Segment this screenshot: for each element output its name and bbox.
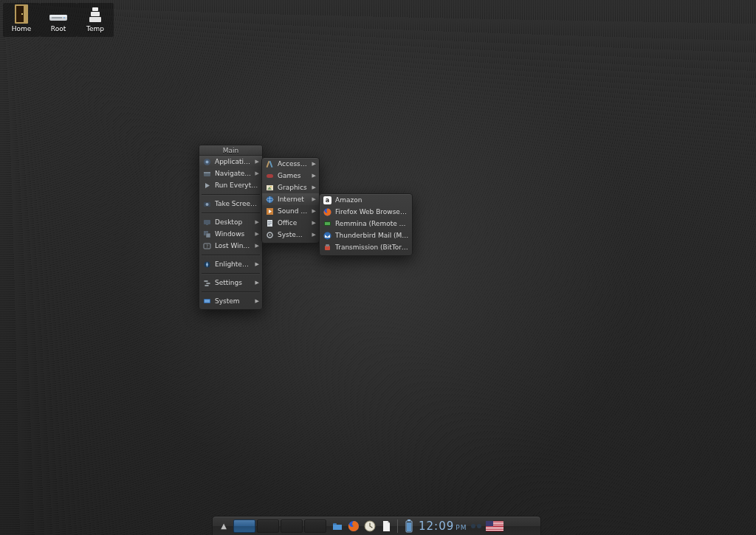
accessories-icon (265, 159, 274, 168)
menu-item-label: Lost Windows (215, 242, 251, 249)
desktop-icon-temp[interactable]: Temp (77, 3, 114, 37)
menu-item-label: Remmina (Remote Desktop Client) (335, 220, 409, 227)
system-icon (202, 297, 211, 306)
svg-point-56 (471, 524, 475, 528)
menu-item-transmission[interactable]: Transmission (BitTorrent Client) (320, 241, 412, 253)
transmission-icon (323, 243, 331, 252)
menu-item-take-screenshot[interactable]: Take Screenshot (199, 198, 262, 210)
menu-item-label: Applications (215, 158, 251, 165)
svg-rect-13 (204, 172, 210, 173)
drive-icon (47, 3, 70, 24)
menu-item-accessories[interactable]: Accessories ▶ (262, 158, 319, 170)
battery-indicator[interactable] (402, 520, 416, 533)
menu-item-label: Office (278, 219, 308, 227)
menu-item-label: Run Everything (215, 182, 259, 189)
menu-item-firefox[interactable]: Firefox Web Browser (Web Browser) (320, 206, 412, 218)
svg-rect-4 (49, 15, 67, 17)
desktop-icons: Home Root Temp (3, 3, 114, 37)
menu-item-system[interactable]: System ▶ (199, 295, 262, 307)
chevron-right-icon: ▶ (255, 231, 259, 237)
menu-item-thunderbird[interactable]: Thunderbird Mail (Mail Client) (320, 229, 412, 241)
menu-item-applications[interactable]: Applications ▶ (199, 156, 262, 168)
pager-workspace-1[interactable] (233, 520, 255, 533)
svg-rect-20 (206, 233, 210, 238)
menu-item-navigate[interactable]: Navigate... ▶ (199, 168, 262, 179)
pager-workspace-3[interactable] (281, 520, 303, 533)
menu-item-sound-video[interactable]: Sound & Video ▶ (262, 205, 319, 217)
chevron-right-icon: ▶ (255, 243, 259, 249)
menu-item-system-tools[interactable]: System Tools ▶ (262, 229, 319, 241)
svg-rect-55 (407, 522, 411, 531)
lostwin-icon: ? (202, 241, 211, 250)
internet-icon (265, 195, 274, 204)
menu-separator (202, 273, 260, 274)
menu-item-label: Graphics (278, 184, 308, 191)
remmina-icon (323, 219, 331, 228)
chevron-right-icon: ▶ (255, 280, 259, 286)
chevron-right-icon: ▶ (312, 220, 316, 226)
svg-text:?: ? (205, 244, 207, 249)
chevron-right-icon: ▶ (312, 196, 316, 202)
menu-item-remmina[interactable]: Remmina (Remote Desktop Client) (320, 218, 412, 229)
desktop-icon-label: Temp (86, 25, 104, 32)
chevron-right-icon: ▶ (255, 298, 259, 304)
menu-item-desktop[interactable]: Desktop ▶ (199, 216, 262, 228)
menu-separator (202, 213, 260, 213)
launcher-files[interactable] (331, 520, 344, 533)
chevron-right-icon: ▶ (312, 173, 316, 179)
keyboard-layout-us[interactable] (486, 521, 504, 531)
menu-internet: a Amazon Firefox Web Browser (Web Browse… (319, 193, 413, 256)
menu-item-graphics[interactable]: Graphics ▶ (262, 182, 319, 193)
apps-icon (202, 157, 211, 166)
svg-point-6 (63, 17, 65, 18)
menu-item-enlightenment[interactable]: Enlightenment ▶ (199, 258, 262, 270)
menu-item-internet[interactable]: Internet ▶ (262, 193, 319, 205)
menu-main-title: Main (199, 145, 262, 156)
desktop-icon-root[interactable]: Root (40, 3, 77, 37)
chevron-right-icon: ▶ (255, 159, 259, 165)
menu-item-label: Games (278, 172, 308, 179)
menu-item-games[interactable]: Games ▶ (262, 170, 319, 182)
desktop-icon (202, 218, 211, 227)
menu-item-lost-windows[interactable]: ? Lost Windows ▶ (199, 240, 262, 252)
pager-workspace-2[interactable] (257, 520, 279, 533)
menu-item-label: Navigate... (215, 170, 251, 177)
menu-item-label: Sound & Video (278, 207, 308, 215)
thunderbird-icon (323, 231, 331, 240)
menu-item-run-everything[interactable]: Run Everything (199, 179, 262, 191)
graphics-icon (265, 183, 274, 192)
chevron-right-icon: ▶ (255, 261, 259, 267)
launcher-document[interactable] (379, 520, 393, 533)
svg-rect-46 (325, 222, 330, 225)
start-button[interactable]: ▲ (217, 520, 230, 533)
launcher-clock[interactable] (363, 520, 377, 533)
indicator-misc[interactable] (470, 520, 483, 533)
menu-item-office[interactable]: Office ▶ (262, 217, 319, 229)
menu-item-windows[interactable]: Windows ▶ (199, 228, 262, 240)
svg-marker-14 (205, 183, 210, 188)
menu-item-settings[interactable]: Settings ▶ (199, 277, 262, 289)
svg-rect-17 (204, 220, 210, 224)
svg-rect-18 (206, 224, 208, 225)
svg-rect-27 (269, 160, 272, 167)
menu-item-label: Thunderbird Mail (Mail Client) (335, 232, 409, 239)
stack-icon (83, 3, 107, 24)
desktop-icon-home[interactable]: Home (3, 3, 40, 37)
pager-workspace-4[interactable] (304, 520, 326, 533)
svg-rect-50 (333, 523, 337, 525)
svg-point-31 (270, 186, 272, 187)
svg-rect-25 (205, 300, 210, 303)
menu-separator (202, 255, 260, 255)
launcher-firefox[interactable] (347, 520, 360, 533)
files-icon (331, 520, 343, 532)
clock[interactable]: 12:09 PM (419, 520, 467, 533)
clock-ampm: PM (456, 524, 467, 531)
svg-rect-39 (268, 224, 270, 225)
menu-item-label: Amazon (335, 196, 409, 204)
chevron-right-icon: ▶ (255, 170, 259, 176)
svg-rect-5 (52, 17, 62, 18)
menu-item-amazon[interactable]: a Amazon (320, 194, 412, 206)
clock-icon (364, 520, 376, 532)
svg-rect-28 (267, 174, 273, 178)
clock-time: 12:09 (419, 520, 454, 533)
